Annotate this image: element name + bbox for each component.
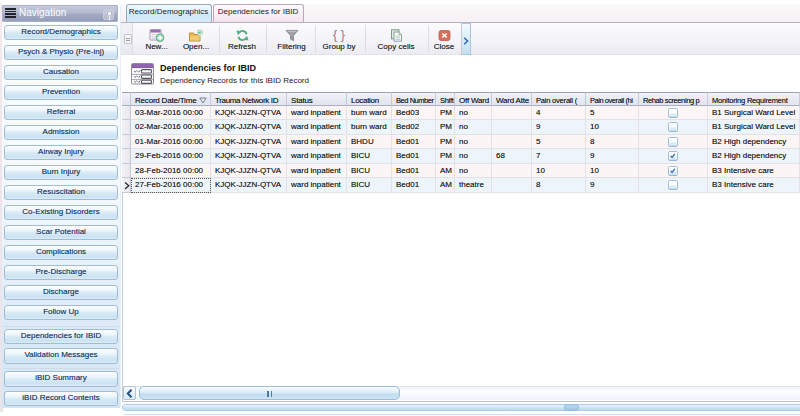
svg-text:{ }: { } <box>333 28 345 42</box>
